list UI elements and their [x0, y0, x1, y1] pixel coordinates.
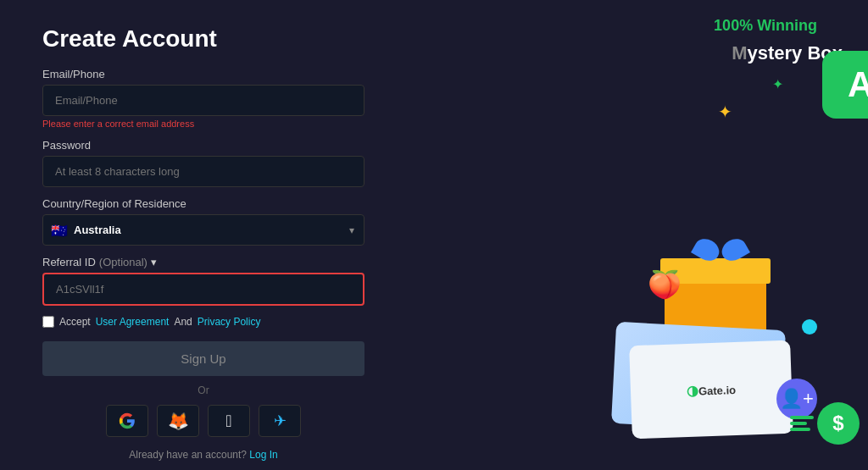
login-link[interactable]: Log In: [249, 449, 277, 461]
google-button[interactable]: [106, 405, 148, 437]
password-input[interactable]: [42, 156, 364, 187]
terms-row: Accept User Agreement And Privacy Policy: [42, 316, 364, 328]
apple-button[interactable]: : [208, 405, 250, 437]
referral-dropdown-icon[interactable]: ▾: [151, 256, 157, 268]
flying-dollar: $: [790, 402, 860, 445]
referral-code-text: A1cSVl1f: [848, 64, 868, 105]
speed-lines: [790, 416, 814, 431]
dollar-icon: $: [817, 402, 860, 445]
login-row: Already have an account? Log In: [42, 449, 364, 461]
social-buttons-row: 🦊  ✈: [42, 405, 364, 437]
referral-label: Referral ID: [42, 256, 96, 268]
peach-character: 🍑: [648, 268, 682, 301]
referral-code-bubble: A1cSVl1f: [822, 51, 868, 119]
winning-percent: 100%: [714, 17, 753, 34]
country-group: Country/Region of Residence 🇦🇺 Australia…: [42, 197, 364, 246]
speed-line-2: [790, 422, 807, 425]
metamask-button[interactable]: 🦊: [157, 405, 199, 437]
winning-label: Winning: [757, 17, 817, 34]
metamask-icon: 🦊: [168, 411, 189, 431]
green-confetti: ✦: [772, 76, 783, 92]
referral-input[interactable]: [42, 273, 364, 306]
email-error: Please enter a correct email address: [42, 119, 364, 129]
country-select-wrapper: 🇦🇺 Australia ▾: [42, 214, 364, 246]
speed-line-3: [790, 428, 810, 431]
signup-button[interactable]: Sign Up: [42, 341, 364, 376]
referral-label-row: Referral ID (Optional) ▾: [42, 256, 364, 268]
country-label: Country/Region of Residence: [42, 197, 364, 210]
email-input[interactable]: [42, 85, 364, 116]
referral-optional: (Optional): [99, 256, 147, 268]
gate-card: ◑Gate.io: [629, 340, 793, 440]
terms-checkbox[interactable]: [42, 316, 54, 328]
accept-text: Accept: [59, 316, 91, 328]
star-confetti: ✦: [718, 102, 732, 122]
telegram-icon: ✈: [274, 412, 287, 430]
green-dot-decoration: [802, 319, 817, 335]
winning-text: 100% Winning: [714, 17, 817, 35]
or-divider: Or: [42, 384, 364, 396]
country-select[interactable]: Australia: [42, 214, 364, 246]
already-account-text: Already have an account?: [129, 449, 247, 461]
chevron-down-icon: ▾: [349, 224, 354, 236]
page-title: Create Account: [42, 25, 364, 53]
password-group: Password: [42, 139, 364, 187]
gate-logo: ◑Gate.io: [687, 380, 737, 398]
form-panel: Create Account Email/Phone Please enter …: [0, 0, 407, 470]
gate-icon: ◑: [687, 383, 699, 397]
privacy-policy-link[interactable]: Privacy Policy: [198, 316, 261, 328]
referral-group: Referral ID (Optional) ▾: [42, 256, 364, 306]
apple-icon: : [225, 412, 231, 431]
promo-panel: 100% Winning Mystery Box A1cSVl1f ₿ ◑Gat…: [407, 0, 868, 470]
flag-icon: 🇦🇺: [51, 222, 68, 238]
email-label: Email/Phone: [42, 68, 364, 80]
email-group: Email/Phone Please enter a correct email…: [42, 68, 364, 129]
user-agreement-link[interactable]: User Agreement: [96, 316, 170, 328]
and-text: And: [174, 316, 192, 328]
mystery-prefix: M: [732, 42, 747, 64]
speed-line-1: [790, 416, 814, 419]
password-label: Password: [42, 139, 364, 152]
telegram-button[interactable]: ✈: [259, 405, 301, 437]
